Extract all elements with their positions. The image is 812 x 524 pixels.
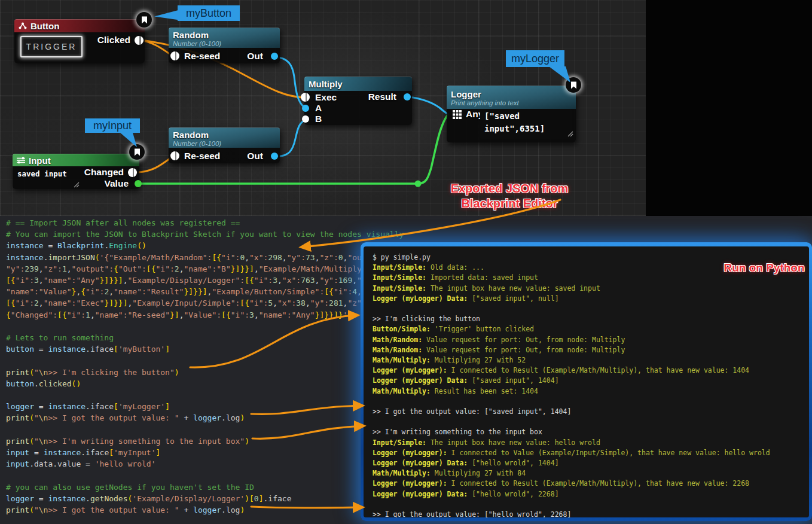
code-line: button.clicked() xyxy=(6,378,404,389)
port-out-2[interactable] xyxy=(271,153,278,160)
port-out-1[interactable] xyxy=(271,53,278,60)
code-line: logger = instance.getNodes('Example/Disp… xyxy=(6,493,404,504)
terminal-line: Logger (myLogger): I connected to Result… xyxy=(373,479,809,489)
terminal-line: Logger (myLogger): I connected to Result… xyxy=(373,365,809,376)
code-line xyxy=(6,355,404,366)
port-a[interactable] xyxy=(302,105,309,112)
code-line xyxy=(6,470,404,481)
port-value[interactable] xyxy=(135,180,142,187)
annotation-line-2: Blackprint Editor xyxy=(444,196,575,211)
node-input[interactable]: Input saved input Changed Value xyxy=(13,154,139,189)
port-label-out-1: Out xyxy=(247,51,263,62)
terminal-line xyxy=(373,397,809,407)
port-label-reseed-1: Re-seed xyxy=(184,51,220,62)
terminal-line: Logger (myLogger) Data: ["saved input", … xyxy=(373,294,809,304)
port-label-b: B xyxy=(315,114,322,124)
input-node-icon xyxy=(17,157,25,164)
screenshot-root: Button TRIGGER Clicked Random Number (0-… xyxy=(0,0,812,524)
terminal-line: Input/Simple: The input box have new val… xyxy=(373,284,809,294)
code-line xyxy=(6,424,404,435)
port-label-a: A xyxy=(315,103,322,114)
terminal-line: Math/Multiply: Multiplying 27 with 52 xyxy=(373,355,809,365)
terminal-line: Math/Multiply: Result has been set: 1404 xyxy=(373,386,809,397)
code-line: [{"i":3,"name":"Any"}]}}],"Example/Displ… xyxy=(6,275,404,286)
node-multiply[interactable]: Multiply Exec A B Result xyxy=(304,77,412,125)
terminal-line: Logger (myLogger): I connected to Value … xyxy=(373,448,809,458)
bookmark-icon xyxy=(134,148,141,156)
code-line: "name":"Value"},{"i":2,"name":"Result"}]… xyxy=(6,286,404,297)
node-multiply-header[interactable]: Multiply xyxy=(304,77,412,91)
tag-mybutton: myButton xyxy=(178,5,240,21)
port-label-clicked: Clicked xyxy=(97,35,130,45)
code-line: input = instance.iface['myInput'] xyxy=(6,447,404,458)
code-line: {"Changed":[{"i":1,"name":"Re-seed"}],"V… xyxy=(6,309,404,321)
node-random-2-header[interactable]: Random Number (0-100) xyxy=(169,127,280,148)
terminal-line: Math/Multiply: Multiplying 27 with 84 xyxy=(373,468,809,479)
node-logger-title: Logger xyxy=(451,89,481,99)
node-button-header[interactable]: Button xyxy=(14,19,145,32)
input-resize-handle[interactable] xyxy=(74,179,80,190)
trigger-button[interactable]: TRIGGER xyxy=(20,36,83,57)
logger-value-box[interactable]: ["saved input",6351] xyxy=(480,109,572,139)
bookmark-badge-button[interactable] xyxy=(136,12,152,28)
node-logger-subtitle: Print anything into text xyxy=(451,99,519,106)
editor-right-panel xyxy=(646,0,812,216)
port-clicked[interactable] xyxy=(135,36,144,45)
port-label-changed: Changed xyxy=(84,167,124,178)
bookmark-badge-input[interactable] xyxy=(129,144,145,160)
node-logger-header[interactable]: Logger Print anything into text xyxy=(447,86,576,109)
port-label-reseed-2: Re-seed xyxy=(184,151,220,162)
terminal-window: $ py simple.pyInput/Simple: Old data: ..… xyxy=(361,242,812,521)
port-result[interactable] xyxy=(404,93,411,100)
code-line: logger = instance.iface['myLogger'] xyxy=(6,401,404,412)
node-multiply-title: Multiply xyxy=(309,79,343,89)
input-text-field[interactable]: saved input xyxy=(17,169,67,178)
node-button[interactable]: Button TRIGGER Clicked xyxy=(14,19,145,63)
annotation-exported-json: Exported JSON from Blackprint Editor xyxy=(444,181,575,211)
logger-resize-handle[interactable] xyxy=(567,129,573,139)
port-changed[interactable] xyxy=(128,168,137,177)
any-grid-icon[interactable] xyxy=(453,110,462,121)
code-line: # Lets to run something xyxy=(6,332,404,343)
code-line: input.data.value = 'hello wrold' xyxy=(6,458,404,470)
code-line: "y":239,"z":1,"output":{"Out":[{"i":2,"n… xyxy=(6,263,404,275)
node-random-1-title: Random xyxy=(173,30,209,40)
code-line: print("\n>> I got the output value: " + … xyxy=(6,412,404,424)
port-reseed-2[interactable] xyxy=(170,151,179,160)
bookmark-icon xyxy=(570,81,577,89)
code-line: instance.importJSON('{"Example/Math/Rand… xyxy=(6,252,404,263)
node-button-title: Button xyxy=(30,21,59,31)
code-line: # you can also use getNodes if you haven… xyxy=(6,482,404,493)
node-input-title: Input xyxy=(29,156,51,166)
code-line xyxy=(6,389,404,401)
terminal-line: >> I got the output value: ["saved input… xyxy=(373,407,809,417)
terminal-line: Logger (myLogger) Data: ["saved input", … xyxy=(373,376,809,386)
node-logger[interactable]: Logger Print anything into text Any ["sa… xyxy=(447,86,576,142)
terminal-lines: $ py simple.pyInput/Simple: Old data: ..… xyxy=(373,252,809,517)
node-random-1-header[interactable]: Random Number (0-100) xyxy=(169,28,280,48)
node-random-2[interactable]: Random Number (0-100) Re-seed Out xyxy=(169,127,280,163)
code-line: print("\n>> I'm clicking the button") xyxy=(6,367,404,378)
terminal-line: Math/Random: Value request for port: Out… xyxy=(373,335,809,345)
button-node-icon xyxy=(19,22,27,30)
port-b[interactable] xyxy=(302,115,309,123)
terminal-line: >> I'm clicking the button xyxy=(373,314,809,324)
node-random-2-subtitle: Number (0-100) xyxy=(173,140,221,147)
bookmark-icon xyxy=(141,16,148,24)
code-line: button = instance.iface['myButton'] xyxy=(6,343,404,355)
port-reseed-1[interactable] xyxy=(170,51,179,60)
port-label-out-2: Out xyxy=(247,151,263,162)
port-label-exec: Exec xyxy=(315,92,337,103)
code-line: print("\n>> I'm writing something to the… xyxy=(6,435,404,447)
tag-mylogger: myLogger xyxy=(506,50,564,67)
terminal-line: Logger (myLogger) Data: ["hello wrold", … xyxy=(373,458,809,468)
terminal-line xyxy=(373,499,809,510)
terminal-line xyxy=(373,417,809,427)
terminal-line xyxy=(373,304,809,314)
node-input-header[interactable]: Input xyxy=(13,154,139,166)
node-random-1[interactable]: Random Number (0-100) Re-seed Out xyxy=(169,28,280,63)
annotation-run-on-python: Run on Python xyxy=(719,261,809,275)
terminal-line: Button/Simple: 'Trigger' button clicked xyxy=(373,324,809,334)
port-exec[interactable] xyxy=(301,93,310,102)
terminal-content: $ py simple.pyInput/Simple: Old data: ..… xyxy=(364,246,809,517)
